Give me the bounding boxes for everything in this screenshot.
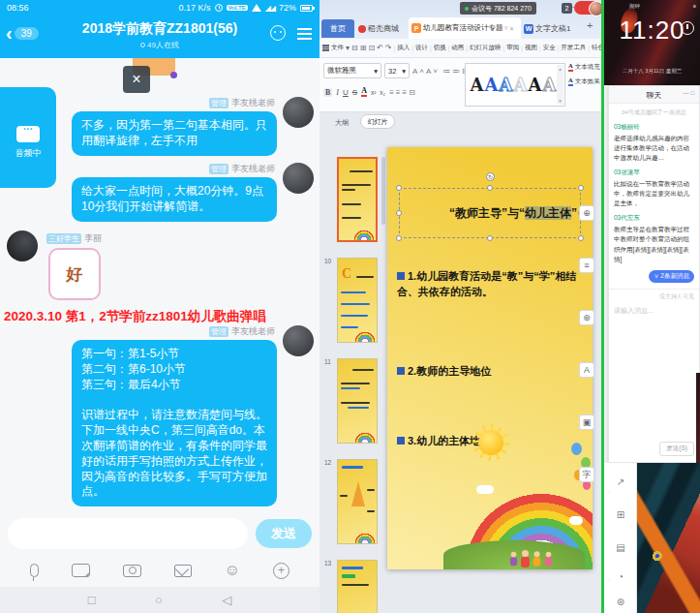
chat-window-controls[interactable]: —□ <box>683 90 696 96</box>
align-tool-icon[interactable]: ≡ <box>579 258 594 273</box>
notes-icon[interactable]: ▤ <box>615 542 626 554</box>
wordart-style-5[interactable]: A <box>529 75 542 95</box>
menu-design[interactable]: 设计 <box>415 44 428 52</box>
wordart-style-3[interactable]: A <box>500 75 513 95</box>
record-icon[interactable]: ◔ <box>615 571 626 583</box>
align-icons[interactable]: ≡≡≡⊟ <box>389 88 417 97</box>
thumbnail-scrollbar[interactable] <box>381 157 385 225</box>
new-tab-button[interactable]: + <box>587 19 593 31</box>
wordart-gallery[interactable]: A A A A A A ▴▾ <box>465 63 565 107</box>
menu-animation[interactable]: 动画 <box>451 44 464 52</box>
bold-button[interactable]: B <box>323 88 332 97</box>
undo-icon[interactable]: ↶ <box>377 44 383 52</box>
clock-menu-icon[interactable]: ≡ <box>693 3 696 10</box>
menu-file[interactable]: 文件 <box>331 44 344 52</box>
message-input[interactable] <box>8 518 248 549</box>
meeting-chat-header[interactable]: 聊天 —□ <box>609 86 699 104</box>
slide-thumbnail[interactable]: C <box>337 258 378 343</box>
italic-button[interactable]: I <box>336 88 339 97</box>
slide-canvas[interactable]: ↻ “教师主导”与“幼儿主体” 1.幼儿园教育活动是“教”与“学”相结合、共依存… <box>387 147 593 569</box>
group-member-icon[interactable] <box>270 25 286 41</box>
font-name-select[interactable]: 微软雅黑▾ <box>323 63 381 78</box>
audio-call-overlay[interactable]: 音频中 <box>0 87 56 188</box>
red-packet-icon[interactable] <box>174 565 192 577</box>
app-menu-icon[interactable] <box>322 45 329 46</box>
subscript-button[interactable]: x₂ <box>380 89 385 96</box>
meeting-chat-input[interactable] <box>614 307 694 314</box>
slide-bullet-1[interactable]: 1.幼儿园教育活动是“教”与“学”相结合、共依存的活动。 <box>397 269 583 300</box>
avatar[interactable] <box>283 163 314 194</box>
selected-title-textbox[interactable]: ↻ “教师主导”与“幼儿主体” <box>399 188 581 238</box>
menu-security[interactable]: 安全 <box>543 44 556 52</box>
save-icon[interactable]: ⊟ <box>351 44 358 52</box>
close-tab-icon[interactable]: × <box>510 25 514 32</box>
font-tool-button[interactable]: 字 <box>579 467 594 482</box>
slide-thumbnail[interactable] <box>337 459 378 544</box>
close-overlay-button[interactable]: × <box>123 66 150 93</box>
meeting-send-button[interactable]: 发送(S) <box>659 442 694 456</box>
pin-icon[interactable]: ▿ <box>504 24 508 32</box>
slide-thumbnail[interactable] <box>337 560 378 613</box>
grow-shrink-font-icons[interactable]: A˄A˅ <box>412 67 440 76</box>
menu-transition[interactable]: 切换 <box>434 44 446 52</box>
font-color-button[interactable]: A <box>361 87 367 97</box>
message-bubble[interactable]: 不多，因为第一第二句基本相同。只用翻译旋律，左手不用 <box>72 111 277 156</box>
sticker-message[interactable]: 好 <box>48 248 101 300</box>
slide-thumbnail[interactable] <box>337 358 378 444</box>
strike-button[interactable]: S <box>352 88 357 97</box>
menu-view[interactable]: 视图 <box>525 44 537 52</box>
wordart-style-6[interactable]: A <box>543 75 557 95</box>
wordart-style-1[interactable]: A <box>471 75 484 95</box>
tab-text-doc[interactable]: W 文字文稿1 <box>524 19 570 38</box>
more-icon[interactable]: + <box>273 563 289 579</box>
message-bubble[interactable]: 给大家一点时间，大概20分钟。9点10分我们开始讲解简谱。 <box>72 177 277 222</box>
export-icon[interactable]: ⊡ <box>368 44 375 52</box>
back-button-android[interactable]: ◁ <box>222 593 231 607</box>
wordart-style-2[interactable]: A <box>485 75 499 95</box>
menu-features[interactable]: 特色功能 <box>592 44 601 52</box>
hamburger-menu-icon[interactable] <box>297 28 312 30</box>
slide-bullet-2[interactable]: 2.教师的主导地位 <box>397 364 583 380</box>
tab-slides[interactable]: 幻灯片 <box>360 114 395 129</box>
layout-pane-icon[interactable]: ▣ <box>579 414 594 430</box>
wordart-style-4[interactable]: A <box>514 75 528 95</box>
object-layout-icon[interactable]: ⊕ <box>579 205 594 221</box>
slide-title[interactable]: “教师主导”与“幼儿主体” <box>400 189 580 237</box>
tab-outline[interactable]: 大纲 <box>335 118 349 128</box>
recents-button[interactable]: □ <box>88 593 96 607</box>
menu-review[interactable]: 审阅 <box>506 44 519 52</box>
print-icon[interactable]: ⊞ <box>360 44 367 52</box>
menu-insert[interactable]: 插入 <box>397 44 410 52</box>
home-button[interactable]: ○ <box>155 593 163 607</box>
share-icon[interactable]: ↗ <box>615 476 626 488</box>
camera-icon[interactable] <box>123 565 141 577</box>
rotate-handle[interactable]: ↻ <box>486 172 495 181</box>
slide-thumbnail-selected[interactable] <box>337 157 378 242</box>
promo-red-packet-button[interactable] <box>574 1 600 15</box>
avatar[interactable] <box>283 325 314 356</box>
gallery-scroll[interactable]: ▴▾ <box>557 65 563 105</box>
send-button[interactable]: 发送 <box>256 519 312 548</box>
text-fill-button[interactable]: A 文本填充▾ <box>568 63 601 72</box>
new-messages-button[interactable]: ∨ 2条新消息 <box>649 270 694 283</box>
style-brush-icon[interactable]: A <box>579 362 594 378</box>
settings-tool-icon[interactable]: ⊛ <box>579 310 594 325</box>
message-bubble[interactable]: 第一句：第1-5小节 第二句：第6-10小节 第三句：最后4小节 识谱过程中，请… <box>72 340 277 506</box>
drag-grip[interactable]: :: <box>607 577 610 581</box>
font-size-select[interactable]: 32▾ <box>384 63 410 78</box>
superscript-button[interactable]: x² <box>371 89 376 96</box>
avatar[interactable] <box>283 97 314 128</box>
settings-icon[interactable]: ⊛ <box>615 597 626 608</box>
chat-message-area[interactable]: × 音频中 管理 李友桃老师 不多，因为第一第二句基本相同。只用翻译旋律，左手不… <box>0 58 320 513</box>
redo-icon[interactable]: ↷ <box>385 44 392 52</box>
menu-devtools[interactable]: 开发工具 <box>561 44 586 52</box>
text-effect-button[interactable]: A 文本效果 文 <box>568 77 601 86</box>
meeting-chat-body[interactable]: 04号成员撤回了一条消息 03杨丽铃 老师选择幼儿感兴趣的内容进行集体教学活动，… <box>609 104 699 462</box>
underline-button[interactable]: U <box>343 88 349 97</box>
emoji-icon[interactable]: ☺ <box>225 562 240 579</box>
gallery-icon[interactable] <box>72 564 90 577</box>
tab-presentation-doc[interactable]: P 幼儿园教育活动设计专题辅导.ppt ▿ × <box>409 17 521 39</box>
avatar[interactable] <box>7 230 38 261</box>
drag-grip[interactable]: :: <box>607 490 610 494</box>
grid-view-icon[interactable]: ⊞ <box>615 509 626 521</box>
